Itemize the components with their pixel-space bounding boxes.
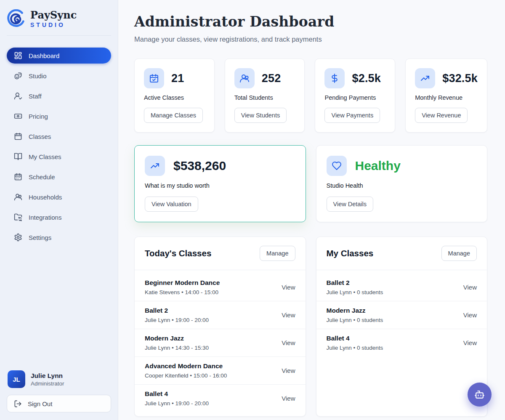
logo-subtitle: STUDIO — [30, 21, 77, 28]
class-view-link[interactable]: View — [282, 311, 295, 319]
main-content: Administrator Dashboard Manage your clas… — [118, 0, 505, 420]
stat-card: 21 Active Classes Manage Classes — [134, 58, 215, 133]
stat-icon-tile — [324, 68, 345, 88]
valuation-top: $538,260 — [145, 156, 295, 176]
class-name: Advanced Modern Dance — [145, 362, 227, 370]
stat-icon — [420, 73, 430, 83]
my-classes-header: My Classes Manage — [316, 237, 487, 270]
sidebar-spacer — [7, 245, 111, 370]
todays-classes-card: Today's Classes Manage Beginner Modern D… — [134, 237, 306, 417]
nav-item-icon — [14, 152, 22, 161]
bot-icon — [474, 389, 485, 400]
class-view-link[interactable]: View — [463, 311, 477, 319]
valuation-label: What is my studio worth — [145, 182, 295, 189]
view-details-button[interactable]: View Details — [327, 197, 374, 212]
nav-item-icon — [14, 233, 22, 242]
class-meta: Julie Lynn • 19:00 - 20:00 — [145, 317, 209, 323]
sidebar-item[interactable]: Settings — [7, 229, 111, 245]
class-name: Beginner Modern Dance — [145, 279, 220, 287]
health-label: Studio Health — [327, 182, 477, 189]
nav-item-label: Staff — [29, 93, 42, 100]
stat-label: Monthly Revenue — [415, 94, 478, 101]
class-view-link[interactable]: View — [282, 339, 295, 346]
user-name: Julie Lynn — [31, 372, 64, 380]
sidebar-nav: Dashboard Studio Staff Pricing — [7, 48, 111, 245]
avatar: JL — [8, 370, 25, 388]
valuation-card: $538,260 What is my studio worth View Va… — [134, 145, 306, 222]
nav-item-label: Classes — [29, 133, 51, 140]
nav-item-label: Dashboard — [29, 52, 59, 59]
sidebar-item[interactable]: Schedule — [7, 169, 111, 185]
view-valuation-button[interactable]: View Valuation — [145, 197, 198, 212]
class-row: Modern Jazz Julie Lynn • 14:30 - 15:30 V… — [135, 329, 306, 356]
sidebar-item[interactable]: Classes — [7, 128, 111, 144]
nav-item-label: Schedule — [29, 173, 55, 181]
user-role: Administrator — [31, 380, 64, 387]
class-info: Beginner Modern Dance Katie Stevens • 14… — [145, 279, 220, 295]
class-name: Ballet 2 — [327, 279, 383, 287]
class-view-link[interactable]: View — [282, 395, 295, 402]
stat-value: $32.5k — [442, 72, 478, 85]
class-row: Modern Jazz Julie Lynn • 0 students View — [316, 301, 487, 329]
class-view-link[interactable]: View — [282, 284, 295, 291]
valuation-icon-tile — [145, 156, 165, 176]
class-name: Modern Jazz — [327, 307, 383, 314]
class-meta: Cooper Kitenfield • 15:00 - 16:00 — [145, 372, 227, 379]
highlight-row: $538,260 What is my studio worth View Va… — [134, 145, 487, 222]
stat-action-button[interactable]: View Payments — [324, 108, 380, 123]
my-classes-manage-button[interactable]: Manage — [441, 246, 477, 261]
stat-icon — [149, 73, 159, 83]
stats-row: 21 Active Classes Manage Classes 252 Tot… — [134, 58, 487, 133]
sidebar-divider — [7, 35, 111, 36]
app-root: PaySync STUDIO Dashboard Studio Sta — [0, 0, 505, 420]
sidebar-item[interactable]: Dashboard — [7, 48, 111, 64]
class-view-link[interactable]: View — [282, 367, 295, 374]
todays-classes-header: Today's Classes Manage — [135, 237, 306, 270]
heart-icon — [332, 161, 342, 171]
stat-top: $32.5k — [415, 68, 478, 88]
class-name: Ballet 4 — [327, 335, 383, 342]
stat-card: 252 Total Students View Students — [225, 58, 305, 133]
page-subtitle: Manage your classes, view registrations,… — [134, 35, 487, 43]
class-row: Ballet 4 Julie Lynn • 0 students View — [316, 329, 487, 356]
sign-out-label: Sign Out — [28, 400, 52, 407]
todays-classes-manage-button[interactable]: Manage — [260, 246, 295, 261]
stat-icon — [239, 73, 250, 83]
nav-item-label: Settings — [29, 234, 51, 241]
nav-item-icon — [14, 193, 22, 201]
stat-action-button[interactable]: View Students — [234, 108, 287, 123]
class-meta: Julie Lynn • 0 students — [327, 317, 383, 323]
sign-out-button[interactable]: Sign Out — [7, 395, 111, 412]
todays-classes-list: Beginner Modern Dance Katie Stevens • 14… — [135, 270, 306, 416]
nav-item-icon — [14, 72, 22, 80]
sidebar-item[interactable]: Staff — [7, 88, 111, 104]
stat-value: $2.5k — [352, 72, 381, 85]
class-meta: Katie Stevens • 14:00 - 15:00 — [145, 289, 220, 295]
stat-action-button[interactable]: Manage Classes — [144, 108, 203, 123]
class-name: Ballet 4 — [145, 390, 209, 398]
nav-item-label: Households — [29, 194, 62, 201]
class-view-link[interactable]: View — [463, 284, 477, 291]
stat-value: 21 — [171, 72, 184, 85]
health-status: Healthy — [355, 159, 401, 173]
nav-item-label: Studio — [29, 72, 47, 80]
logo: PaySync STUDIO — [7, 7, 111, 35]
health-icon-tile — [327, 156, 347, 176]
chatbot-fab-button[interactable] — [468, 383, 492, 407]
stat-action-button[interactable]: View Revenue — [415, 108, 468, 123]
sidebar-item[interactable]: Households — [7, 189, 111, 205]
stat-label: Total Students — [234, 94, 295, 101]
nav-item-label: Pricing — [29, 113, 48, 120]
class-meta: Julie Lynn • 19:00 - 20:00 — [145, 400, 209, 407]
stat-label: Pending Payments — [324, 94, 385, 101]
stat-top: 21 — [144, 68, 205, 88]
sidebar-item[interactable]: Studio — [7, 68, 111, 84]
nav-item-icon — [14, 213, 22, 221]
class-name: Ballet 2 — [145, 307, 209, 314]
sidebar-item[interactable]: Pricing — [7, 108, 111, 124]
sidebar-item[interactable]: My Classes — [7, 149, 111, 165]
class-view-link[interactable]: View — [463, 339, 477, 346]
nav-item-icon — [14, 132, 22, 141]
sidebar-item[interactable]: Integrations — [7, 209, 111, 225]
class-meta: Julie Lynn • 0 students — [327, 345, 383, 351]
